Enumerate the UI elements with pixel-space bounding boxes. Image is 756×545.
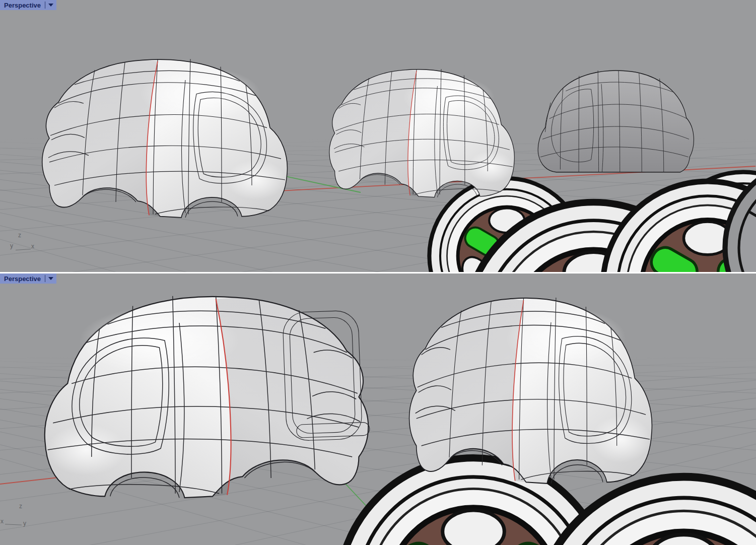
tab-separator [45,275,45,282]
viewport-title: Perspective [4,2,45,9]
rhino-viewport-workspace: { "viewports": [ { "tab_label": "Perspec… [0,0,756,545]
viewport-title-tab[interactable]: Perspective [0,0,56,10]
3d-scene-top[interactable] [0,0,756,272]
car-body [42,59,288,218]
viewport-perspective-bottom[interactable]: Perspective z x y [0,274,756,545]
viewport-menu-arrow-icon[interactable] [48,277,53,280]
viewport-menu-arrow-icon[interactable] [48,4,53,7]
car-body [329,69,514,197]
car-body [45,296,368,498]
3d-scene-bottom[interactable] [0,274,756,545]
tab-separator [45,2,45,9]
viewport-title: Perspective [4,275,45,283]
viewport-perspective-top[interactable]: Perspective z y x [0,0,756,272]
viewport-title-tab[interactable]: Perspective [0,274,56,284]
car-body [409,298,652,484]
